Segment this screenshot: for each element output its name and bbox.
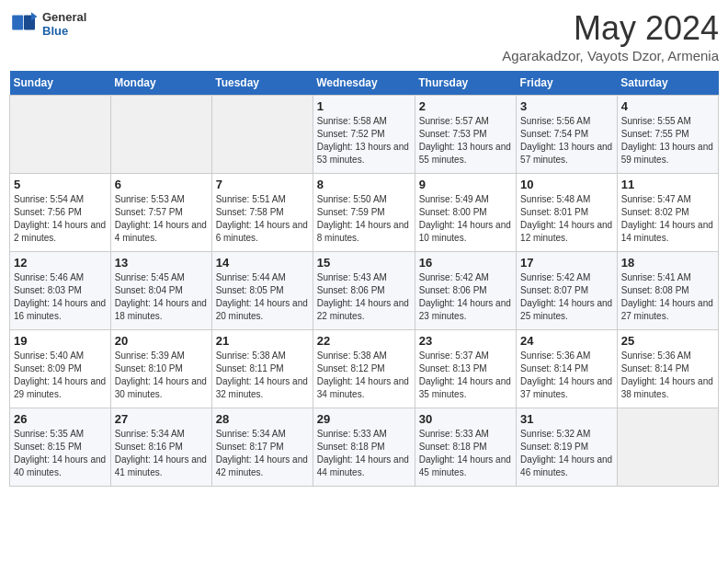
calendar-cell: 19Sunrise: 5:40 AM Sunset: 8:09 PM Dayli…: [10, 330, 111, 408]
calendar-cell: 7Sunrise: 5:51 AM Sunset: 7:58 PM Daylig…: [211, 174, 313, 252]
calendar-cell: 10Sunrise: 5:48 AM Sunset: 8:01 PM Dayli…: [517, 174, 618, 252]
day-number: 13: [115, 256, 208, 270]
calendar-cell: 11Sunrise: 5:47 AM Sunset: 8:02 PM Dayli…: [617, 174, 718, 252]
calendar-cell: 2Sunrise: 5:57 AM Sunset: 7:53 PM Daylig…: [415, 96, 516, 174]
logo-general: General: [42, 10, 86, 24]
calendar-cell: 26Sunrise: 5:35 AM Sunset: 8:15 PM Dayli…: [10, 408, 111, 487]
day-number: 25: [621, 334, 714, 348]
day-info: Sunrise: 5:34 AM Sunset: 8:17 PM Dayligh…: [216, 428, 309, 479]
calendar-cell: 15Sunrise: 5:43 AM Sunset: 8:06 PM Dayli…: [313, 252, 415, 330]
day-info: Sunrise: 5:57 AM Sunset: 7:53 PM Dayligh…: [419, 115, 512, 167]
day-number: 21: [216, 334, 309, 348]
day-info: Sunrise: 5:48 AM Sunset: 8:01 PM Dayligh…: [520, 193, 613, 245]
week-row-4: 19Sunrise: 5:40 AM Sunset: 8:09 PM Dayli…: [10, 330, 719, 408]
day-number: 6: [115, 178, 208, 191]
day-info: Sunrise: 5:58 AM Sunset: 7:52 PM Dayligh…: [317, 115, 411, 167]
weekday-header-monday: Monday: [110, 71, 211, 96]
day-number: 1: [317, 99, 411, 113]
day-info: Sunrise: 5:37 AM Sunset: 8:13 PM Dayligh…: [419, 350, 512, 401]
day-number: 10: [520, 178, 613, 191]
day-number: 31: [520, 412, 613, 426]
day-number: 23: [419, 334, 512, 348]
weekday-header-saturday: Saturday: [617, 71, 718, 96]
day-number: 11: [621, 178, 714, 191]
day-info: Sunrise: 5:54 AM Sunset: 7:56 PM Dayligh…: [14, 193, 107, 245]
day-info: Sunrise: 5:42 AM Sunset: 8:07 PM Dayligh…: [520, 271, 613, 323]
day-info: Sunrise: 5:35 AM Sunset: 8:15 PM Dayligh…: [14, 428, 107, 479]
calendar-cell: 28Sunrise: 5:34 AM Sunset: 8:17 PM Dayli…: [211, 408, 313, 487]
day-info: Sunrise: 5:36 AM Sunset: 8:14 PM Dayligh…: [520, 350, 613, 401]
day-info: Sunrise: 5:39 AM Sunset: 8:10 PM Dayligh…: [115, 350, 208, 401]
calendar-cell: 24Sunrise: 5:36 AM Sunset: 8:14 PM Dayli…: [517, 330, 618, 408]
calendar-cell: 22Sunrise: 5:38 AM Sunset: 8:12 PM Dayli…: [313, 330, 415, 408]
week-row-3: 12Sunrise: 5:46 AM Sunset: 8:03 PM Dayli…: [10, 252, 719, 330]
day-info: Sunrise: 5:42 AM Sunset: 8:06 PM Dayligh…: [419, 271, 512, 323]
day-number: 19: [14, 334, 107, 348]
day-number: 5: [14, 178, 107, 191]
calendar-cell: 4Sunrise: 5:55 AM Sunset: 7:55 PM Daylig…: [617, 96, 718, 174]
day-number: 4: [621, 99, 714, 113]
day-info: Sunrise: 5:38 AM Sunset: 8:12 PM Dayligh…: [317, 350, 411, 401]
calendar-cell: 21Sunrise: 5:38 AM Sunset: 8:11 PM Dayli…: [211, 330, 313, 408]
day-number: 22: [317, 334, 411, 348]
day-info: Sunrise: 5:56 AM Sunset: 7:54 PM Dayligh…: [520, 115, 613, 167]
day-info: Sunrise: 5:43 AM Sunset: 8:06 PM Dayligh…: [317, 271, 411, 323]
day-info: Sunrise: 5:32 AM Sunset: 8:19 PM Dayligh…: [520, 428, 613, 479]
day-info: Sunrise: 5:51 AM Sunset: 7:58 PM Dayligh…: [216, 193, 309, 245]
calendar-cell: [617, 408, 718, 487]
day-info: Sunrise: 5:44 AM Sunset: 8:05 PM Dayligh…: [216, 271, 309, 323]
calendar-cell: 12Sunrise: 5:46 AM Sunset: 8:03 PM Dayli…: [10, 252, 111, 330]
day-info: Sunrise: 5:40 AM Sunset: 8:09 PM Dayligh…: [14, 350, 107, 401]
calendar-cell: 9Sunrise: 5:49 AM Sunset: 8:00 PM Daylig…: [415, 174, 516, 252]
weekday-header-friday: Friday: [517, 71, 618, 96]
day-number: 7: [216, 178, 309, 191]
weekday-header-tuesday: Tuesday: [211, 71, 313, 96]
logo: General Blue: [9, 9, 86, 39]
calendar-cell: 1Sunrise: 5:58 AM Sunset: 7:52 PM Daylig…: [313, 96, 415, 174]
day-info: Sunrise: 5:49 AM Sunset: 8:00 PM Dayligh…: [419, 193, 512, 245]
day-number: 9: [419, 178, 512, 191]
day-info: Sunrise: 5:38 AM Sunset: 8:11 PM Dayligh…: [216, 350, 309, 401]
calendar-cell: 6Sunrise: 5:53 AM Sunset: 7:57 PM Daylig…: [110, 174, 211, 252]
calendar-cell: [211, 96, 313, 174]
week-row-1: 1Sunrise: 5:58 AM Sunset: 7:52 PM Daylig…: [10, 96, 719, 174]
week-row-2: 5Sunrise: 5:54 AM Sunset: 7:56 PM Daylig…: [10, 174, 719, 252]
day-number: 30: [419, 412, 512, 426]
day-number: 27: [115, 412, 208, 426]
day-info: Sunrise: 5:55 AM Sunset: 7:55 PM Dayligh…: [621, 115, 714, 167]
calendar-cell: 27Sunrise: 5:34 AM Sunset: 8:16 PM Dayli…: [110, 408, 211, 487]
day-info: Sunrise: 5:33 AM Sunset: 8:18 PM Dayligh…: [317, 428, 411, 479]
day-number: 16: [419, 256, 512, 270]
day-info: Sunrise: 5:47 AM Sunset: 8:02 PM Dayligh…: [621, 193, 714, 245]
calendar-cell: 20Sunrise: 5:39 AM Sunset: 8:10 PM Dayli…: [110, 330, 211, 408]
weekday-header-row: SundayMondayTuesdayWednesdayThursdayFrid…: [10, 71, 719, 96]
weekday-header-wednesday: Wednesday: [313, 71, 415, 96]
day-number: 24: [520, 334, 613, 348]
day-info: Sunrise: 5:50 AM Sunset: 7:59 PM Dayligh…: [317, 193, 411, 245]
calendar-cell: 25Sunrise: 5:36 AM Sunset: 8:14 PM Dayli…: [617, 330, 718, 408]
day-number: 20: [115, 334, 208, 348]
calendar-cell: 14Sunrise: 5:44 AM Sunset: 8:05 PM Dayli…: [211, 252, 313, 330]
day-info: Sunrise: 5:45 AM Sunset: 8:04 PM Dayligh…: [115, 271, 208, 323]
location-subtitle: Agarakadzor, Vayots Dzor, Armenia: [502, 48, 719, 63]
logo-blue: Blue: [42, 24, 86, 38]
calendar-cell: 13Sunrise: 5:45 AM Sunset: 8:04 PM Dayli…: [110, 252, 211, 330]
calendar-cell: 17Sunrise: 5:42 AM Sunset: 8:07 PM Dayli…: [517, 252, 618, 330]
day-number: 8: [317, 178, 411, 191]
calendar-cell: 23Sunrise: 5:37 AM Sunset: 8:13 PM Dayli…: [415, 330, 516, 408]
logo-text: General Blue: [42, 10, 86, 38]
calendar-table: SundayMondayTuesdayWednesdayThursdayFrid…: [9, 71, 719, 487]
day-number: 2: [419, 99, 512, 113]
calendar-cell: 8Sunrise: 5:50 AM Sunset: 7:59 PM Daylig…: [313, 174, 415, 252]
calendar-cell: 3Sunrise: 5:56 AM Sunset: 7:54 PM Daylig…: [517, 96, 618, 174]
calendar-cell: 18Sunrise: 5:41 AM Sunset: 8:08 PM Dayli…: [617, 252, 718, 330]
weekday-header-thursday: Thursday: [415, 71, 516, 96]
day-number: 26: [14, 412, 107, 426]
calendar-cell: 30Sunrise: 5:33 AM Sunset: 8:18 PM Dayli…: [415, 408, 516, 487]
day-number: 28: [216, 412, 309, 426]
calendar-cell: 31Sunrise: 5:32 AM Sunset: 8:19 PM Dayli…: [517, 408, 618, 487]
weekday-header-sunday: Sunday: [10, 71, 111, 96]
day-info: Sunrise: 5:53 AM Sunset: 7:57 PM Dayligh…: [115, 193, 208, 245]
day-info: Sunrise: 5:36 AM Sunset: 8:14 PM Dayligh…: [621, 350, 714, 401]
day-info: Sunrise: 5:33 AM Sunset: 8:18 PM Dayligh…: [419, 428, 512, 479]
